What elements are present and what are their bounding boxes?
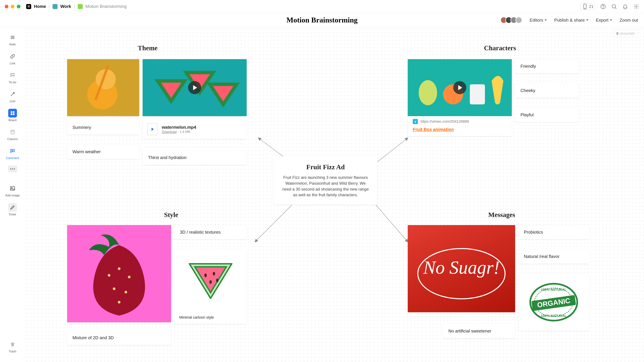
- tool-trash[interactable]: Trash: [3, 338, 22, 356]
- characters-card-friendly[interactable]: Friendly: [515, 59, 579, 73]
- theme-card-thirst[interactable]: Thirst and hydration: [143, 151, 247, 165]
- theme-video-watermelon[interactable]: [143, 59, 247, 116]
- play-icon[interactable]: [188, 81, 201, 94]
- board-grid-icon: [10, 110, 16, 116]
- style-card-mix[interactable]: Mixture of 2D and 3D: [67, 331, 171, 345]
- tool-note[interactable]: Note: [3, 31, 22, 49]
- collaborator-avatars[interactable]: [502, 17, 522, 23]
- style-card-textures[interactable]: 3D / realistic textures: [174, 225, 247, 239]
- tool-draw-label: Draw: [9, 213, 16, 216]
- svg-rect-13: [10, 111, 12, 113]
- svg-point-38: [128, 276, 130, 278]
- bell-icon: [622, 3, 628, 9]
- svg-point-37: [118, 267, 120, 270]
- help-button[interactable]: [600, 3, 606, 9]
- svg-rect-15: [10, 113, 12, 115]
- theme-file-watermelon[interactable]: watermelon.mp4 Download - 1.4 MB: [143, 120, 247, 139]
- file-download-link[interactable]: Download: [162, 130, 177, 134]
- maximize-window-button[interactable]: [17, 5, 20, 8]
- tool-comment[interactable]: Comment: [3, 145, 22, 163]
- breadcrumb-home[interactable]: Home: [34, 4, 46, 9]
- tool-note-label: Note: [9, 43, 16, 46]
- characters-card-cheeky[interactable]: Cheeky: [515, 83, 579, 98]
- chevron-down-icon: [610, 19, 612, 21]
- file-size: - 1.4 MB: [178, 130, 190, 134]
- messages-card-natural[interactable]: Natural /real flavor: [518, 249, 589, 264]
- image-icon: [10, 185, 16, 191]
- svg-point-36: [108, 274, 110, 277]
- group-messages-title[interactable]: Messages: [478, 211, 525, 219]
- window-controls[interactable]: [5, 5, 20, 8]
- zoom-out-button[interactable]: Zoom out: [620, 17, 638, 23]
- board-canvas[interactable]: Fruit Fizz Ad Fruit Fizz are launching 3…: [25, 27, 644, 362]
- tool-draw[interactable]: Draw: [3, 201, 22, 219]
- organic-stamp-icon: ORGANIC 100% NATURAL 100% NATURAL: [527, 280, 580, 324]
- more-dots-icon: [10, 169, 15, 170]
- theme-card-warm[interactable]: Warm weather: [67, 145, 139, 159]
- tool-todo[interactable]: To-do: [3, 69, 22, 87]
- video-file-icon: [147, 123, 158, 135]
- breadcrumb-current[interactable]: Motion Brainstorming: [86, 4, 127, 9]
- messages-card-probiotics[interactable]: Probiotics: [518, 225, 589, 239]
- app-header-actions: Editors Publish & share Export Zoom out: [502, 13, 638, 27]
- mobile-preview-button[interactable]: 21: [580, 3, 595, 10]
- tool-comment-label: Comment: [6, 156, 19, 160]
- theme-image-orange[interactable]: [67, 59, 139, 116]
- tool-board-label: Board: [8, 119, 16, 122]
- window-titlebar: ⌘ Home / Work / Motion Brainstorming 21: [0, 0, 644, 13]
- tool-board[interactable]: Board: [3, 107, 22, 125]
- tool-column[interactable]: Column: [3, 126, 22, 144]
- group-characters-title[interactable]: Characters: [473, 44, 527, 52]
- tool-link[interactable]: Link: [3, 50, 22, 68]
- page-title[interactable]: Motion Brainstorming: [286, 16, 358, 24]
- svg-point-42: [204, 274, 207, 277]
- messages-image-organic[interactable]: ORGANIC 100% NATURAL 100% NATURAL: [518, 274, 589, 331]
- watermelon-slice-icon: [189, 262, 232, 299]
- messages-nosugar-text: No Suagr!: [408, 257, 515, 278]
- characters-card-playful[interactable]: Playful: [515, 108, 579, 122]
- svg-rect-34: [470, 84, 485, 104]
- characters-link-title[interactable]: Fruit Box animation: [408, 127, 512, 136]
- breadcrumb-work[interactable]: Work: [60, 4, 71, 9]
- svg-line-25: [255, 205, 292, 242]
- style-image-strawberry[interactable]: [67, 225, 171, 322]
- svg-point-6: [636, 6, 637, 7]
- svg-text:100% NATURAL: 100% NATURAL: [541, 288, 566, 291]
- play-icon[interactable]: [453, 81, 466, 94]
- tool-link-label: Link: [10, 62, 15, 65]
- publish-dropdown[interactable]: Publish & share: [554, 17, 588, 23]
- notifications-button[interactable]: [622, 3, 628, 9]
- group-theme-title[interactable]: Theme: [126, 44, 170, 52]
- arrow-line-icon: [10, 91, 16, 97]
- svg-rect-21: [10, 186, 15, 190]
- mobile-preview-count: 21: [589, 4, 594, 9]
- export-label: Export: [596, 17, 608, 23]
- tool-more[interactable]: [3, 164, 22, 175]
- close-window-button[interactable]: [5, 5, 8, 8]
- pencil-icon: [10, 204, 16, 210]
- tool-line-label: Line: [10, 100, 15, 103]
- export-dropdown[interactable]: Export: [596, 17, 612, 23]
- tool-line[interactable]: Line: [3, 88, 22, 106]
- trash-icon: [10, 342, 16, 347]
- group-style-title[interactable]: Style: [154, 211, 188, 219]
- center-brief-card[interactable]: Fruit Fizz Ad Fruit Fizz are launching 3…: [274, 156, 378, 205]
- settings-button[interactable]: [633, 3, 639, 9]
- style-card-cartoon[interactable]: Minimal cartoon style: [174, 249, 247, 324]
- note-lines-icon: [10, 34, 16, 40]
- messages-card-noart[interactable]: No artificial sweetener: [443, 324, 515, 338]
- minimize-window-button[interactable]: [11, 5, 14, 8]
- characters-link-url: https://vimeo.com/204126889: [420, 119, 469, 124]
- style-card-cartoon-label: Minimal cartoon style: [174, 312, 247, 324]
- theme-card-summery[interactable]: Summery: [67, 120, 139, 135]
- editors-dropdown[interactable]: Editors: [530, 17, 547, 23]
- characters-link-card[interactable]: vhttps://vimeo.com/204126889 Fruit Box a…: [408, 59, 512, 136]
- messages-image-nosugar[interactable]: No Suagr!: [408, 225, 515, 312]
- svg-line-24: [376, 138, 408, 163]
- gear-icon: [633, 3, 639, 9]
- tool-add-image[interactable]: Add image: [3, 182, 22, 200]
- svg-point-4: [612, 4, 616, 8]
- svg-line-5: [615, 8, 616, 9]
- search-button[interactable]: [611, 3, 617, 9]
- tool-sidebar: Note Link To-do Line Board Column Commen…: [0, 27, 25, 362]
